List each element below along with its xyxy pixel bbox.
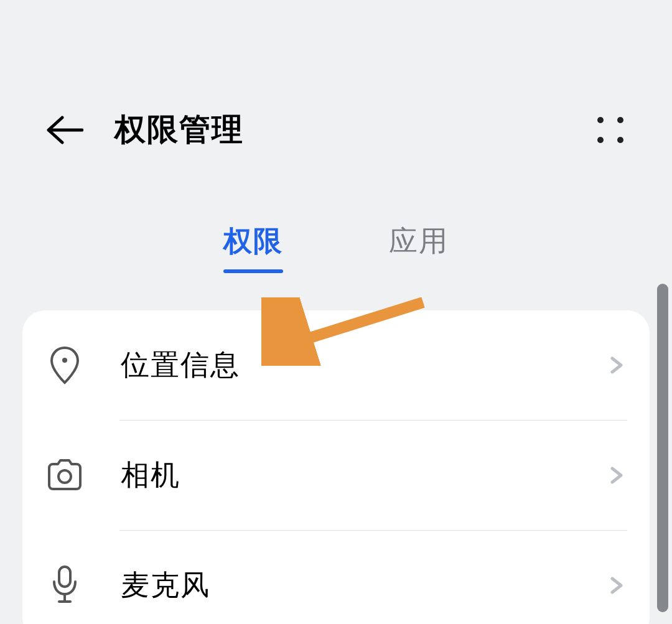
location-icon xyxy=(45,345,85,385)
dot-icon xyxy=(597,117,604,123)
svg-point-0 xyxy=(62,358,67,363)
chevron-right-icon xyxy=(607,577,625,594)
list-item-location[interactable]: 位置信息 xyxy=(22,310,650,420)
svg-point-1 xyxy=(58,470,71,483)
back-arrow-icon xyxy=(45,115,83,145)
list-item-camera[interactable]: 相机 xyxy=(22,421,650,530)
svg-rect-2 xyxy=(59,567,70,587)
camera-icon xyxy=(45,455,85,495)
page-title: 权限管理 xyxy=(114,109,244,151)
tab-apps[interactable]: 应用 xyxy=(389,222,449,273)
list-item-label: 相机 xyxy=(121,456,607,495)
header: 权限管理 xyxy=(0,0,672,151)
list-item-label: 位置信息 xyxy=(121,346,607,384)
list-item-microphone[interactable]: 麦克风 xyxy=(22,531,650,624)
dot-icon xyxy=(617,137,623,143)
microphone-icon xyxy=(45,566,85,605)
permissions-card: 位置信息 相机 麦克风 xyxy=(22,310,650,624)
chevron-right-icon xyxy=(607,356,625,374)
scrollbar[interactable] xyxy=(657,284,668,612)
menu-button[interactable] xyxy=(594,113,627,147)
tab-permissions[interactable]: 权限 xyxy=(223,222,283,273)
back-button[interactable] xyxy=(45,114,83,146)
dot-icon xyxy=(617,117,623,123)
chevron-right-icon xyxy=(607,467,625,484)
tabs: 权限 应用 xyxy=(0,222,672,273)
list-item-label: 麦克风 xyxy=(121,566,607,605)
dot-icon xyxy=(597,137,604,143)
